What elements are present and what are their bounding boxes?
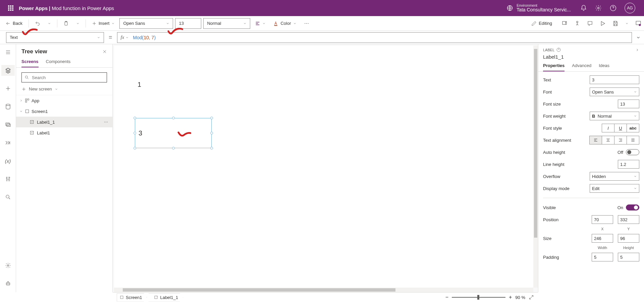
save-icon[interactable] <box>612 20 619 26</box>
publish-icon[interactable] <box>635 20 641 26</box>
tree-search-input[interactable] <box>21 72 107 82</box>
tab-properties[interactable]: Properties <box>543 63 565 71</box>
prop-displaymode-select[interactable]: Edit <box>590 184 639 193</box>
prop-x-input[interactable]: 70 <box>592 215 613 224</box>
tree-search-field[interactable] <box>31 75 104 80</box>
rail-settings[interactable] <box>1 260 15 271</box>
svg-point-1 <box>598 7 599 9</box>
resize-handle[interactable] <box>210 117 213 119</box>
prop-overflow-select[interactable]: Hidden <box>590 172 639 181</box>
color-button[interactable]: Color <box>270 19 299 27</box>
resize-handle[interactable] <box>133 117 136 119</box>
undo-button[interactable] <box>32 19 43 27</box>
tree-item-screen1[interactable]: Screen1 <box>16 106 112 117</box>
annotation-check-icon <box>21 28 38 37</box>
tree-item-label1-1[interactable]: Label1_1 <box>16 117 112 127</box>
rail-insert[interactable] <box>1 83 15 94</box>
prop-width-input[interactable]: 246 <box>592 234 613 243</box>
font-select[interactable]: Open Sans <box>119 18 173 29</box>
rail-virtual-agent[interactable] <box>1 278 15 289</box>
prop-font-select[interactable]: Open Sans <box>590 87 639 96</box>
chevron-down-icon <box>634 114 637 118</box>
bell-icon[interactable] <box>580 5 587 11</box>
comment-icon[interactable] <box>587 20 593 26</box>
rail-power-automate[interactable] <box>1 137 15 148</box>
underline-button[interactable]: U <box>614 124 627 132</box>
close-icon[interactable] <box>102 49 107 54</box>
app-launcher[interactable] <box>3 5 19 11</box>
back-button[interactable]: Back <box>3 19 25 27</box>
vertical-scrollbar[interactable] <box>533 46 538 288</box>
svg-point-18 <box>7 284 8 284</box>
share-icon[interactable] <box>561 20 568 26</box>
rail-hamburger[interactable] <box>1 47 15 58</box>
control-name[interactable]: Label1_1 <box>543 54 639 60</box>
new-screen-label: New screen <box>29 86 52 92</box>
formula-input[interactable]: fx Mod(10, 7) <box>117 32 632 43</box>
play-icon[interactable] <box>600 20 606 26</box>
font-size-input[interactable]: 13 <box>175 18 201 29</box>
prop-padding-bottom-input[interactable]: 5 <box>618 253 639 261</box>
plus-icon <box>21 87 26 92</box>
tab-advanced[interactable]: Advanced <box>572 63 591 71</box>
resize-handle[interactable] <box>133 132 136 134</box>
help-icon[interactable] <box>610 5 616 11</box>
autoheight-toggle[interactable] <box>626 149 639 155</box>
environment-picker[interactable]: Environment Tata Consultancy Servic... <box>506 3 571 12</box>
prop-padding-top-input[interactable]: 5 <box>592 253 613 261</box>
paste-menu[interactable] <box>73 20 82 26</box>
chevron-right-icon[interactable] <box>635 48 639 52</box>
tab-components[interactable]: Components <box>46 59 71 67</box>
new-screen-button[interactable]: New screen <box>16 84 112 95</box>
avatar[interactable]: AG <box>625 3 635 13</box>
align-justify-button[interactable] <box>627 136 639 144</box>
align-left-button[interactable] <box>589 136 602 144</box>
info-icon[interactable] <box>556 48 561 52</box>
paste-button[interactable] <box>61 19 71 27</box>
font-weight-select[interactable]: Normal <box>203 18 250 29</box>
canvas-label1[interactable]: 1 <box>138 81 141 88</box>
ellipsis-icon[interactable] <box>104 120 108 124</box>
insert-button[interactable]: Insert <box>89 19 118 27</box>
gear-icon[interactable] <box>595 5 602 11</box>
rail-data[interactable] <box>1 101 15 112</box>
horizontal-scrollbar[interactable] <box>114 288 533 292</box>
visible-toggle[interactable] <box>626 204 639 210</box>
property-selector[interactable]: Text <box>6 32 104 43</box>
design-canvas[interactable]: 1 3 <box>114 46 533 288</box>
prop-height-input[interactable]: 96 <box>618 234 639 243</box>
italic-button[interactable]: I <box>602 124 614 132</box>
prop-align-buttons <box>590 136 639 144</box>
tree-item-app[interactable]: App <box>16 95 112 106</box>
tab-screens[interactable]: Screens <box>21 59 39 67</box>
editing-mode[interactable]: Editing <box>529 19 555 27</box>
prop-lineheight-input[interactable]: 1.2 <box>618 160 639 169</box>
checker-icon[interactable] <box>574 20 580 26</box>
resize-handle[interactable] <box>210 147 213 149</box>
align-button[interactable] <box>252 19 268 27</box>
prop-fontweight-select[interactable]: B Normal <box>590 112 639 120</box>
canvas-label1-1-selection[interactable]: 3 <box>135 118 212 148</box>
resize-handle[interactable] <box>172 117 175 119</box>
chevron-down-icon[interactable] <box>625 22 629 25</box>
prop-text-input[interactable]: 3 <box>590 75 639 84</box>
prop-y-input[interactable]: 332 <box>618 215 639 224</box>
rail-tree-view[interactable] <box>1 65 15 76</box>
tree-item-label1[interactable]: Label1 <box>16 127 112 138</box>
resize-handle[interactable] <box>210 132 213 134</box>
tab-ideas[interactable]: Ideas <box>599 63 609 71</box>
expand-formula-icon[interactable] <box>636 35 641 40</box>
svg-point-27 <box>106 122 106 122</box>
resize-handle[interactable] <box>172 147 175 149</box>
rail-advanced-tools[interactable] <box>1 174 15 184</box>
resize-handle[interactable] <box>133 147 136 149</box>
rail-search[interactable] <box>1 192 15 202</box>
rail-media[interactable] <box>1 119 15 130</box>
strike-button[interactable]: abc <box>627 124 639 132</box>
prop-fontsize-input[interactable]: 13 <box>618 100 639 108</box>
rail-variables[interactable]: (x) <box>1 156 15 166</box>
undo-menu[interactable] <box>45 20 54 26</box>
align-center-button[interactable] <box>602 136 614 144</box>
more-button[interactable] <box>301 19 312 27</box>
align-right-button[interactable] <box>614 136 627 144</box>
